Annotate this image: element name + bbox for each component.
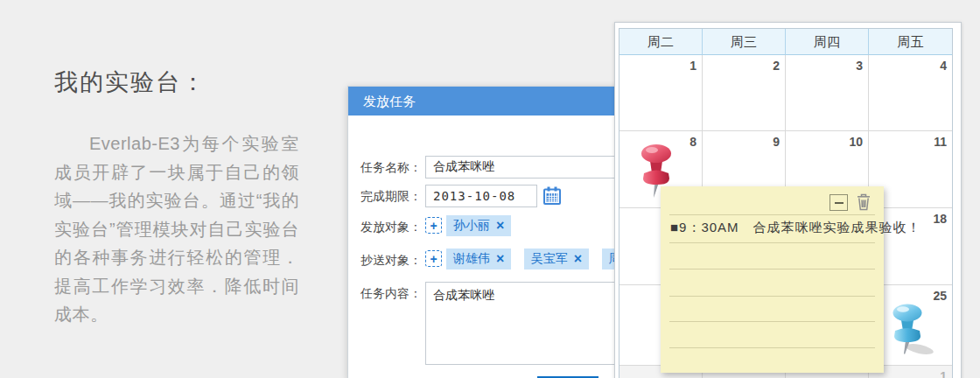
note-rule-line [669,214,875,215]
calendar-header-tue: 周二 [620,29,703,55]
plus-icon: + [430,252,437,266]
calendar-header-thu: 周四 [786,29,869,55]
add-assignee-button[interactable]: + [425,217,442,234]
calendar-day-cell[interactable]: 2 [703,55,786,131]
add-cc-button[interactable]: + [425,250,442,267]
note-rule-line [669,347,875,348]
content-label: 任务内容： [354,282,422,304]
remove-chip-icon[interactable]: × [496,252,504,266]
assignee-chip: 孙小丽 × [446,215,511,236]
date-picker-button[interactable] [542,186,562,206]
page: 我的实验台： Everlab-E3为每个实验室成员开辟了一块属于自己的领域——我… [0,0,980,378]
calendar-icon [542,195,562,208]
note-rule-line [669,296,875,297]
sticky-note: ■9：30AM 合成苯咪唑实验成果验收！ [661,186,884,373]
delete-note-button[interactable] [856,193,872,211]
cc-chip: 谢雄伟 × [446,248,511,270]
chip-name: 谢雄伟 [453,251,490,267]
calendar-day-cell[interactable]: 3 [786,55,869,131]
intro-paragraph: Everlab-E3为每个实验室成员开辟了一块属于自己的领域——我的实验台。通过… [54,130,299,329]
remove-chip-icon[interactable]: × [574,252,582,266]
calendar-header-fri: 周五 [869,29,952,55]
calendar-day-cell[interactable]: 4 [869,55,952,131]
remove-chip-icon[interactable]: × [496,219,504,233]
page-title: 我的实验台： [54,66,299,98]
note-rule-line [669,242,875,243]
minus-icon [835,202,844,204]
trash-icon [856,200,872,214]
assignee-chips: 孙小丽 × [446,215,520,236]
collapse-note-button[interactable] [830,194,848,211]
note-rule-line [669,321,875,322]
assignees-label: 发放对象： [354,215,422,238]
chip-name: 吴宝军 [531,251,568,267]
blue-pushpin-icon [886,303,935,357]
intro-section: 我的实验台： Everlab-E3为每个实验室成员开辟了一块属于自己的领域——我… [54,66,299,329]
note-rule-line [669,269,875,270]
chip-name: 孙小丽 [453,218,490,234]
attachment-label: 附 件： [354,374,422,378]
calendar-day-cell[interactable]: 1 [620,55,703,131]
note-text: ■9：30AM 合成苯咪唑实验成果验收！ [670,220,921,236]
plus-icon: + [430,219,437,233]
cc-label: 抄送对象： [354,248,422,271]
cc-chip: 吴宝军 × [524,248,589,270]
deadline-input[interactable] [425,185,537,207]
deadline-label: 完成期限： [354,185,422,207]
calendar-header-wed: 周三 [703,29,786,55]
task-name-label: 任务名称： [354,156,422,178]
